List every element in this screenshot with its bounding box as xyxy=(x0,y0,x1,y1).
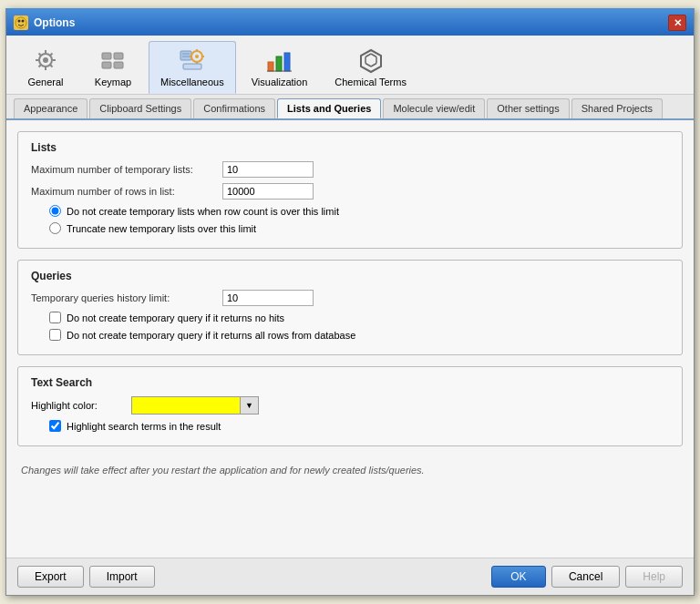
svg-rect-27 xyxy=(268,62,273,71)
svg-marker-31 xyxy=(361,50,381,72)
max-rows-input[interactable] xyxy=(222,183,314,200)
radio-no-create-row: Do not create temporary lists when row c… xyxy=(49,205,669,217)
ok-button[interactable]: OK xyxy=(491,566,546,588)
svg-rect-28 xyxy=(276,56,282,71)
close-button[interactable]: ✕ xyxy=(668,15,686,31)
svg-line-32 xyxy=(371,54,376,57)
tab-molecule-view[interactable]: Molecule view/edit xyxy=(383,98,485,118)
queries-section-title: Queries xyxy=(31,270,669,282)
svg-rect-15 xyxy=(102,62,111,68)
tab-lists-queries[interactable]: Lists and Queries xyxy=(277,98,381,118)
lists-section-title: Lists xyxy=(31,141,669,154)
tab-appearance[interactable]: Appearance xyxy=(14,98,88,118)
max-temp-lists-input[interactable] xyxy=(222,161,314,178)
chem-label: Chemical Terms xyxy=(335,77,407,87)
radio-no-create-label: Do not create temporary lists when row c… xyxy=(67,206,339,217)
svg-rect-13 xyxy=(102,53,111,59)
text-search-section: Text Search Highlight color: ▼ Highlight… xyxy=(17,366,683,446)
lists-section: Lists Maximum number of temporary lists:… xyxy=(17,131,683,249)
color-swatch[interactable] xyxy=(131,396,241,415)
svg-point-2 xyxy=(22,20,25,23)
keymap-icon xyxy=(98,46,128,75)
svg-line-35 xyxy=(365,64,371,67)
max-rows-label: Maximum number of rows in list: xyxy=(31,186,222,197)
svg-rect-26 xyxy=(183,64,201,69)
general-label: General xyxy=(27,77,63,87)
color-dropdown-button[interactable]: ▼ xyxy=(241,396,259,415)
viz-label: Visualization xyxy=(252,77,308,87)
content-area: Lists Maximum number of temporary lists:… xyxy=(6,120,694,558)
svg-point-21 xyxy=(195,55,199,58)
toolbar-keymap[interactable]: Keymap xyxy=(81,41,145,94)
max-rows-row: Maximum number of rows in list: xyxy=(31,183,669,200)
tab-confirmations[interactable]: Confirmations xyxy=(193,98,275,118)
title-bar: Options ✕ xyxy=(6,10,694,36)
max-temp-lists-label: Maximum number of temporary lists: xyxy=(31,164,222,175)
check-all-rows-label: Do not create temporary query if it retu… xyxy=(67,330,355,341)
tab-clipboard[interactable]: Clipboard Settings xyxy=(89,98,191,118)
svg-line-10 xyxy=(50,65,53,67)
options-window: Options ✕ General xyxy=(5,8,695,596)
svg-rect-14 xyxy=(114,53,123,59)
misc-icon xyxy=(178,46,207,75)
highlight-search-row: Highlight search terms in the result xyxy=(49,420,669,432)
radio-truncate-row: Truncate new temporary lists over this l… xyxy=(49,222,669,234)
toolbar-general[interactable]: General xyxy=(14,41,77,94)
svg-point-4 xyxy=(43,57,48,63)
highlight-color-row: Highlight color: ▼ xyxy=(31,396,669,415)
toolbar-chemical-terms[interactable]: Chemical Terms xyxy=(323,41,418,94)
check-all-rows[interactable] xyxy=(49,329,61,341)
toolbar-visualization[interactable]: Visualization xyxy=(240,41,320,94)
svg-line-11 xyxy=(50,54,53,56)
history-limit-input[interactable] xyxy=(222,290,314,306)
import-button[interactable]: Import xyxy=(89,566,155,588)
tab-shared-projects[interactable]: Shared Projects xyxy=(571,98,663,118)
svg-line-34 xyxy=(371,64,376,67)
check-no-hits-row: Do not create temporary query if it retu… xyxy=(49,312,669,323)
history-limit-row: Temporary queries history limit: xyxy=(31,290,669,306)
keymap-label: Keymap xyxy=(95,77,131,87)
restart-note: Changes will take effect after you resta… xyxy=(17,457,683,483)
chem-icon xyxy=(356,46,386,75)
text-search-title: Text Search xyxy=(31,376,669,389)
general-icon xyxy=(31,46,60,75)
check-no-hits-label: Do not create temporary query if it retu… xyxy=(67,312,284,323)
check-all-rows-row: Do not create temporary query if it retu… xyxy=(49,329,669,341)
viz-icon xyxy=(264,46,293,75)
svg-rect-16 xyxy=(114,62,123,68)
check-no-hits[interactable] xyxy=(49,312,61,323)
svg-rect-29 xyxy=(284,53,290,71)
window-title: Options xyxy=(34,16,668,29)
highlight-search-check[interactable] xyxy=(49,420,61,432)
tab-other-settings[interactable]: Other settings xyxy=(487,98,569,118)
history-limit-label: Temporary queries history limit: xyxy=(31,292,222,303)
footer: Export Import OK Cancel Help xyxy=(6,558,694,595)
export-button[interactable]: Export xyxy=(17,566,84,588)
toolbar-miscellaneous[interactable]: Miscellaneous xyxy=(149,41,236,94)
svg-line-12 xyxy=(39,65,42,67)
svg-line-9 xyxy=(39,54,42,56)
window-icon xyxy=(14,15,28,30)
misc-label: Miscellaneous xyxy=(160,77,224,87)
footer-left: Export Import xyxy=(17,566,155,588)
svg-point-1 xyxy=(18,20,21,23)
highlight-color-label: Highlight color: xyxy=(31,400,131,411)
radio-truncate-label: Truncate new temporary lists over this l… xyxy=(67,223,256,234)
radio-truncate[interactable] xyxy=(49,222,61,234)
svg-point-0 xyxy=(15,17,26,28)
help-button[interactable]: Help xyxy=(625,566,683,588)
footer-right: OK Cancel Help xyxy=(491,566,683,588)
svg-line-37 xyxy=(365,54,371,57)
tabs-row: Appearance Clipboard Settings Confirmati… xyxy=(6,95,694,120)
toolbar: General Keymap xyxy=(6,36,694,95)
cancel-button[interactable]: Cancel xyxy=(551,566,620,588)
queries-section: Queries Temporary queries history limit:… xyxy=(17,260,683,355)
color-swatch-container[interactable]: ▼ xyxy=(131,396,259,415)
max-temp-lists-row: Maximum number of temporary lists: xyxy=(31,161,669,178)
radio-no-create[interactable] xyxy=(49,205,61,217)
highlight-search-label: Highlight search terms in the result xyxy=(67,421,221,432)
